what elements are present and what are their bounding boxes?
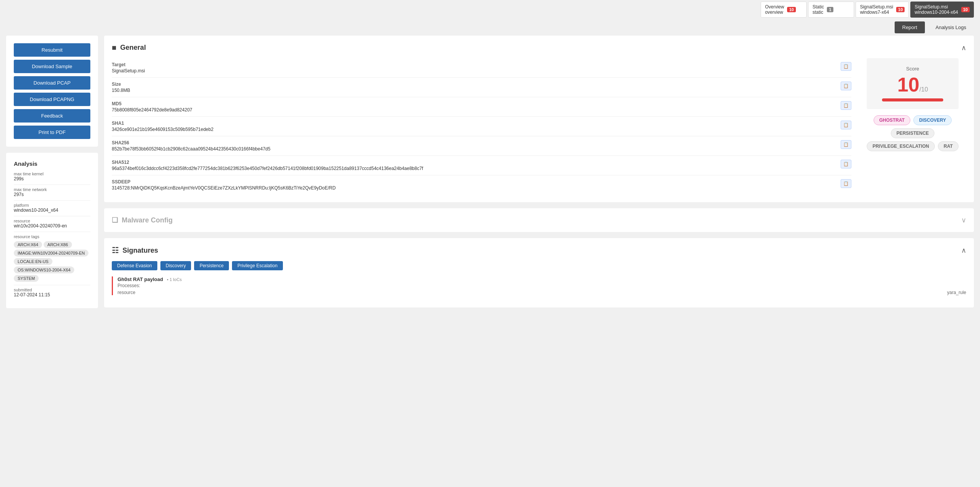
info-label-sha1: SHA1 (112, 121, 214, 126)
copy-size-button[interactable]: 📋 (841, 82, 851, 90)
copy-sha256-button[interactable]: 📋 (841, 140, 851, 149)
print-to-pdf-button[interactable]: Print to PDF (14, 126, 90, 139)
signatures-icon: ☷ (112, 246, 119, 255)
tag-system: SYSTEM (14, 275, 39, 282)
tab-windows10-line2: windows10-2004-x64 (915, 10, 958, 15)
analysis-title: Analysis (14, 160, 90, 167)
copy-sha1-button[interactable]: 📋 (841, 121, 851, 129)
tab-static-line1: Static (812, 4, 824, 10)
threat-tag-ghostrat[interactable]: GHOSTRAT (874, 115, 910, 125)
score-label: Score (882, 66, 943, 72)
download-pcap-button[interactable]: Download PCAP (14, 76, 90, 90)
tab-overview[interactable]: Overview overview 10 (761, 2, 807, 18)
info-row-md5: MD5 75b8008f805e2464792de8e9ad824207 📋 (112, 97, 851, 117)
general-card-title: ■ General (112, 43, 146, 52)
info-row-size: Size 150.8MB 📋 (112, 78, 851, 97)
general-card-header: ■ General ∧ (112, 43, 966, 52)
threat-tags: GHOSTRAT DISCOVERY PERSISTENCE PRIVILEGE… (859, 115, 966, 151)
analysis-platform: platform windows10-2004_x64 (14, 203, 90, 213)
tab-windows7-line2: windows7-x64 (860, 10, 893, 15)
sidebar-actions: Resubmit Download Sample Download PCAP D… (6, 36, 98, 147)
info-value-size: 150.8MB (112, 88, 130, 93)
general-content: Target SignalSetup.msi 📋 Size 150.8MB 📋 (112, 58, 966, 194)
malware-config-icon: ❏ (112, 216, 118, 224)
signatures-card: ☷ Signatures ∧ Defense Evasion Discovery… (104, 238, 974, 307)
sig-subtitle-0: Processes: (118, 283, 966, 288)
report-button[interactable]: Report (895, 21, 925, 33)
feedback-button[interactable]: Feedback (14, 109, 90, 123)
info-value-md5: 75b8008f805e2464792de8e9ad824207 (112, 107, 192, 113)
info-label-sha256: SHA256 (112, 140, 270, 145)
info-value-sha512: 96a5374bef016c3ddcc6cf4223d358fcd2fe7772… (112, 166, 423, 171)
tag-arch-x86: ARCH:X86 (44, 241, 72, 248)
tab-windows10-badge: 10 (961, 7, 970, 12)
info-label-md5: MD5 (112, 101, 192, 106)
info-row-sha256: SHA256 852b7be78f53bb6052f4b1cb2908c62ca… (112, 136, 851, 156)
sig-title-0: Gh0st RAT payload (118, 276, 163, 282)
general-left: Target SignalSetup.msi 📋 Size 150.8MB 📋 (112, 58, 851, 194)
tag-list: ARCH:X64 ARCH:X86 IMAGE:WIN10V2004-20240… (14, 241, 90, 282)
tab-windows7-line1: SignalSetup.msi (860, 4, 893, 10)
tab-windows7[interactable]: SignalSetup.msi windows7-x64 10 (856, 2, 909, 18)
download-sample-button[interactable]: Download Sample (14, 60, 90, 73)
malware-config-header: ❏ Malware Config ∨ (112, 216, 966, 224)
threat-tag-persistence[interactable]: PERSISTENCE (891, 128, 935, 138)
threat-tag-privilege-escalation[interactable]: PRIVILEGE_ESCALATION (867, 141, 935, 151)
info-value-sha1: 3426ce901e21b195e4609153c509b595b71edeb2 (112, 127, 214, 132)
info-label-ssdeep: SSDEEP (112, 179, 336, 185)
score-box: Score 10/10 (867, 58, 959, 109)
download-pcapng-button[interactable]: Download PCAPNG (14, 93, 90, 106)
tab-windows10-line1: SignalSetup.msi (915, 4, 958, 10)
malware-config-title: ❏ Malware Config (112, 216, 173, 224)
analysis-max-time-kernel: max time kernel 299s (14, 172, 90, 181)
tab-static-badge: 1 (827, 7, 833, 12)
tag-image-win10: IMAGE:WIN10V2004-20240709-EN (14, 250, 88, 257)
analysis-logs-button[interactable]: Analysis Logs (928, 21, 974, 33)
malware-config-collapse-button[interactable]: ∨ (961, 216, 966, 224)
score-bar-fill (882, 98, 943, 101)
copy-ssdeep-button[interactable]: 📋 (841, 179, 851, 188)
action-bar: Report Analysis Logs (0, 19, 980, 36)
score-bar (882, 98, 943, 101)
filter-persistence[interactable]: Persistence (194, 261, 229, 270)
signatures-card-header: ☷ Signatures ∧ (112, 246, 966, 255)
signatures-card-title: ☷ Signatures (112, 246, 158, 255)
tag-os: OS:WINDOWS10-2004-X64 (14, 266, 74, 273)
score-value: 10 (897, 74, 920, 96)
signatures-collapse-button[interactable]: ∧ (961, 246, 966, 255)
score-area: Score 10/10 GHOSTRAT DISCOVERY PERSISTE (859, 58, 966, 151)
content-area: ■ General ∧ Target SignalSetup.msi 📋 (104, 36, 974, 308)
tab-windows7-badge: 10 (896, 7, 905, 12)
threat-tag-discovery[interactable]: DISCOVERY (913, 115, 952, 125)
sidebar-analysis: Analysis max time kernel 299s max time n… (6, 153, 98, 308)
info-label-sha512: SHA512 (112, 160, 423, 165)
info-row-target: Target SignalSetup.msi 📋 (112, 58, 851, 78)
sig-meta: yara_rule (947, 290, 966, 295)
tab-overview-line1: Overview (765, 4, 784, 10)
tab-static[interactable]: Static static 1 (808, 2, 854, 18)
signature-item-0: Gh0st RAT payload • 1 IoCs Processes: re… (112, 276, 966, 295)
general-collapse-button[interactable]: ∧ (961, 44, 966, 52)
filter-privilege-escalation[interactable]: Privilege Escalation (232, 261, 283, 270)
info-row-sha1: SHA1 3426ce901e21b195e4609153c509b595b71… (112, 117, 851, 136)
resubmit-button[interactable]: Resubmit (14, 43, 90, 57)
tab-windows10[interactable]: SignalSetup.msi windows10-2004-x64 10 (910, 2, 974, 18)
filter-defense-evasion[interactable]: Defense Evasion (112, 261, 157, 270)
info-row-sha512: SHA512 96a5374bef016c3ddcc6cf4223d358fcd… (112, 156, 851, 175)
info-label-target: Target (112, 62, 145, 67)
info-value-sha256: 852b7be78f53bb6052f4b1cb2908c62caaa09524… (112, 146, 270, 152)
main-layout: Resubmit Download Sample Download PCAP D… (0, 36, 980, 314)
copy-sha512-button[interactable]: 📋 (841, 160, 851, 168)
info-row-ssdeep: SSDEEP 3145728:NMrQiDKQ5KqsKcnBzeAjmtYeV… (112, 175, 851, 194)
filter-discovery[interactable]: Discovery (160, 261, 191, 270)
malware-config-card: ❏ Malware Config ∨ (104, 208, 974, 232)
copy-md5-button[interactable]: 📋 (841, 101, 851, 110)
analysis-submitted: submitted 12-07-2024 11:15 (14, 288, 90, 297)
info-value-target: SignalSetup.msi (112, 68, 145, 74)
general-card: ■ General ∧ Target SignalSetup.msi 📋 (104, 36, 974, 202)
tag-locale: LOCALE:EN-US (14, 258, 52, 265)
threat-tag-rat[interactable]: RAT (938, 141, 959, 151)
tab-overview-line2: overview (765, 10, 784, 15)
sig-detail-value: resource (118, 290, 136, 295)
copy-target-button[interactable]: 📋 (841, 62, 851, 71)
